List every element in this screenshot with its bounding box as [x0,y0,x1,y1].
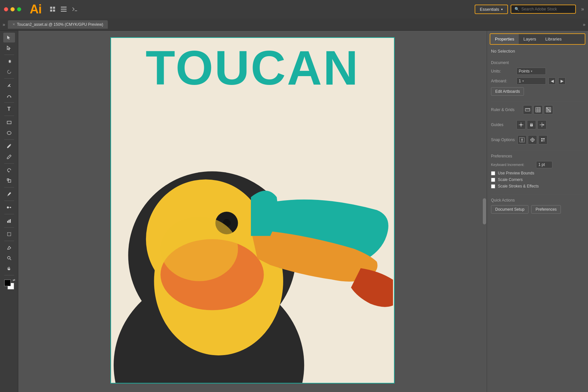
essentials-label: Essentials [480,7,499,12]
ruler-icon-btn[interactable] [523,105,532,114]
svg-rect-4 [61,7,67,8]
lock-guides-btn[interactable] [527,120,536,129]
tool-artboard[interactable] [3,229,15,239]
svg-point-31 [160,217,238,281]
artboard-dropdown-arrow: ▾ [522,79,524,83]
edit-artboards-button[interactable]: Edit Artboards [491,87,524,96]
tab-close-icon[interactable]: ✕ [12,23,15,26]
fill-stroke-swatches[interactable]: ⇄ [3,278,15,291]
tool-eyedropper[interactable] [3,189,15,199]
preferences-group: Preferences Keyboard Increment: Use Prev… [491,154,584,188]
document-setup-button[interactable]: Document Setup [491,205,529,214]
tool-magic-wand[interactable] [3,57,15,66]
snap-to-point-btn[interactable] [528,135,537,144]
snap-to-pixel-btn[interactable] [538,135,547,144]
preferences-button[interactable]: Preferences [531,205,561,214]
svg-rect-20 [10,219,11,223]
traffic-lights [4,7,21,11]
tab-expand-right[interactable]: » [583,22,585,27]
tool-eraser[interactable] [3,243,15,253]
svg-point-11 [7,131,11,135]
svg-rect-37 [536,107,540,112]
document-tab[interactable]: ✕ Toucan2_asset.ai @ 150% (CMYK/GPU Prev… [8,20,108,29]
tool-ellipse[interactable] [3,128,15,138]
divider-3 [491,150,584,151]
artboard-prev-btn[interactable]: ◀ [548,77,556,85]
use-preview-bounds-checkbox[interactable] [491,171,495,175]
close-button[interactable] [4,7,8,11]
grid-icon-btn[interactable] [533,105,543,114]
show-guides-btn[interactable] [516,120,526,129]
keyboard-increment-label: Keyboard Increment: [491,163,533,167]
use-preview-bounds-row: Use Preview Bounds [491,171,584,175]
artboard: TOUCAN [110,37,395,384]
tool-zoom[interactable] [3,253,15,263]
scale-corners-checkbox[interactable] [491,178,495,182]
perspective-grid-icon-btn[interactable] [544,105,553,114]
tool-rotate[interactable] [3,165,15,175]
tool-paintbrush[interactable] [3,141,15,151]
tool-pen[interactable] [3,80,15,90]
svg-point-8 [7,97,8,98]
quick-actions-group: Quick Actions Document Setup Preferences [491,198,584,214]
svg-rect-65 [543,138,545,139]
tool-type[interactable]: T [3,104,15,114]
svg-rect-66 [541,140,543,141]
divider-1 [491,57,584,57]
tool-direct-selection[interactable] [3,43,15,53]
tool-lasso[interactable] [3,67,15,77]
scale-strokes-label: Scale Strokes & Effects [498,184,539,188]
minimize-button[interactable] [10,7,15,11]
guides-group: Guides [491,120,584,129]
tab-layers[interactable]: Layers [519,34,541,44]
clear-guides-btn[interactable] [537,120,547,129]
tab-bar: » ✕ Toucan2_asset.ai @ 150% (CMYK/GPU Pr… [0,18,588,31]
tab-properties[interactable]: Properties [490,34,519,44]
scale-strokes-checkbox[interactable] [491,184,495,188]
quick-actions-buttons: Document Setup Preferences [491,205,584,214]
tool-curvature-pen[interactable] [3,91,15,101]
svg-point-16 [10,207,11,208]
ruler-grids-group: Ruler & Grids [491,105,584,114]
quick-actions-title: Quick Actions [491,198,584,203]
panel-collapse-right[interactable]: » [581,6,584,12]
snap-options-label: Snap Options [491,138,515,142]
scroll-indicator [483,198,486,224]
artboard-select[interactable]: 1 ▾ [516,77,546,85]
artboard-next-btn[interactable]: ▶ [558,77,565,85]
tool-selection[interactable] [3,33,15,42]
essentials-button[interactable]: Essentials ▾ [475,5,508,14]
keyboard-increment-row: Keyboard Increment: [491,161,584,168]
tab-expand-left[interactable]: » [3,22,5,27]
artboard-title-text: TOUCAN [111,44,394,92]
search-stock-input[interactable] [521,7,572,11]
tool-pencil[interactable] [3,152,15,162]
guides-icons [516,120,547,129]
fullscreen-button[interactable] [17,7,21,11]
menu-icon-3[interactable] [70,5,79,14]
menu-icon-1[interactable] [48,5,57,14]
swap-colors-icon[interactable]: ⇄ [13,278,15,282]
panel-tabs: Properties Layers Libraries [490,33,585,45]
tool-scale[interactable] [3,176,15,186]
canvas-area[interactable]: TOUCAN [18,31,487,392]
menu-toolbar [48,5,79,14]
tool-blend[interactable] [3,203,15,212]
main-layout: T [0,31,588,392]
tab-libraries[interactable]: Libraries [541,34,566,44]
svg-point-50 [520,124,522,125]
svg-point-52 [531,125,532,126]
snap-to-grid-btn[interactable] [517,135,527,144]
svg-rect-18 [7,221,8,223]
tab-label: Toucan2_asset.ai @ 150% (CMYK/GPU Previe… [17,22,103,27]
keyboard-increment-input[interactable] [536,161,552,168]
tool-hand[interactable] [3,264,15,273]
tool-rectangle[interactable] [3,118,15,127]
units-select[interactable]: Points ▾ [516,68,546,75]
svg-rect-5 [61,9,67,10]
divider-4 [491,194,584,195]
menu-icon-2[interactable] [59,5,68,14]
tool-graph[interactable] [3,216,15,226]
edit-artboards-row: Edit Artboards [491,87,584,96]
svg-rect-67 [543,140,545,141]
